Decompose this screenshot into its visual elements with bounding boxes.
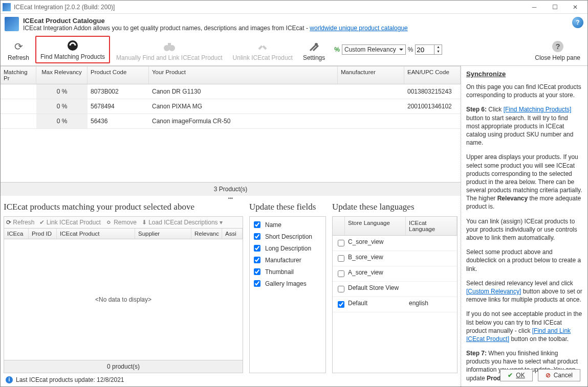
info-icon: i <box>6 376 13 383</box>
field-checkbox[interactable] <box>254 257 260 263</box>
matching-section-title: ICEcat products matching your product se… <box>4 202 243 212</box>
binoculars-icon <box>163 40 176 53</box>
products-grid-footer: 3 Product(s) <box>1 182 461 196</box>
window-title: ICEcat Integration [2.0.2 (Build: 200)] <box>14 4 524 11</box>
field-checkbox[interactable] <box>254 221 260 228</box>
language-row: Defaultenglish <box>333 297 457 312</box>
status-text: Last ICEcat products update: 12/8/2021 <box>16 376 124 383</box>
close-button[interactable]: ✕ <box>565 1 585 13</box>
matches-grid-footer: 0 product(s) <box>4 360 243 373</box>
help-link-find-matching[interactable]: [Find Matching Products] <box>504 106 572 113</box>
update-fields-title: Update these fields <box>249 202 326 212</box>
language-checkbox[interactable] <box>338 270 344 277</box>
load-descriptions-button[interactable]: ⬇ Load ICEcat Descriptions ▾ <box>142 219 223 226</box>
update-languages-title: Update these languages <box>332 202 458 212</box>
page-title: ICEcat Product Catalogue <box>23 17 408 25</box>
page-subtitle: ICEcat Integration Addon allows you to g… <box>23 25 408 32</box>
minimize-button[interactable]: ─ <box>524 1 545 13</box>
col-your-product[interactable]: Your Product <box>149 66 338 84</box>
find-matching-icon <box>66 39 79 52</box>
custom-relevancy-dropdown[interactable]: Custom Relevancy <box>342 44 406 55</box>
help-pane: Synchronize On this page you can find IC… <box>461 66 587 386</box>
svg-point-0 <box>68 40 78 51</box>
field-checkbox[interactable] <box>254 233 260 240</box>
field-checkbox-row: Long Description <box>252 242 323 254</box>
help-link-custom-relevancy[interactable]: [Custom Relevancy] <box>466 288 521 295</box>
field-checkbox-row: Thumbnail <box>252 266 323 278</box>
matches-grid[interactable]: ICEca Prod ID ICEcat Product Supplier Re… <box>4 228 243 373</box>
col-matching[interactable]: Matching Pr <box>1 66 36 84</box>
no-data-text: <No data to display> <box>4 239 243 360</box>
svg-text:?: ? <box>555 42 560 51</box>
language-checkbox[interactable] <box>338 286 344 292</box>
products-grid[interactable]: Matching Pr Max Relevancy Product Code Y… <box>1 66 461 196</box>
refresh-icon: ⟳ <box>12 40 25 53</box>
col-max-relevancy[interactable]: Max Relevancy <box>36 66 88 84</box>
manual-find-link-button[interactable]: Manually Find and Link ICEcat Product <box>112 36 226 63</box>
relevancy-percent-icon: % <box>334 46 340 53</box>
col-ean-upc[interactable]: EAN/UPC Code <box>404 66 461 84</box>
field-checkbox-row: Gallery Images <box>252 278 323 289</box>
settings-button[interactable]: Settings <box>299 36 329 63</box>
unlink-icon <box>256 40 269 53</box>
catalogue-link[interactable]: worldwide unique product catalogue <box>310 25 407 32</box>
percent-label: % <box>408 46 413 53</box>
find-matching-products-button[interactable]: Find Matching Products <box>35 36 110 63</box>
language-row: Default Store View <box>333 282 457 297</box>
field-checkbox-row: Short Description <box>252 231 323 242</box>
refresh-matches-button[interactable]: ⟳ Refresh <box>6 219 34 226</box>
svg-rect-3 <box>168 43 171 46</box>
col-manufacturer[interactable]: Manufacturer <box>338 66 404 84</box>
field-checkbox[interactable] <box>254 245 260 252</box>
language-checkbox[interactable] <box>338 255 344 262</box>
percent-input[interactable] <box>415 44 434 55</box>
languages-grid: Store Language ICEcat Language C_sore_vi… <box>332 216 458 373</box>
help-title: Synchronize <box>466 70 582 78</box>
catalogue-icon <box>5 17 19 31</box>
unlink-button[interactable]: Unlink ICEcat Product <box>229 36 297 63</box>
table-row[interactable]: 0 %56436Canon imageFormula CR-50 <box>1 114 461 129</box>
refresh-button[interactable]: ⟳ Refresh <box>4 36 33 63</box>
ok-button[interactable]: ✔OK <box>500 369 532 381</box>
remove-link-button[interactable]: ⭘ Remove <box>106 219 137 226</box>
fields-checklist: NameShort DescriptionLong DescriptionMan… <box>249 216 326 373</box>
spinner-up[interactable]: ▲ <box>434 45 442 50</box>
help-close-icon: ? <box>551 40 564 53</box>
spinner-down[interactable]: ▼ <box>434 50 442 54</box>
svg-point-4 <box>315 43 318 46</box>
table-row[interactable]: 0 %8073B002Canon DR G11300013803215243 <box>1 84 461 99</box>
field-checkbox[interactable] <box>254 268 260 275</box>
field-checkbox[interactable] <box>254 280 260 287</box>
field-checkbox-row: Name <box>252 219 323 231</box>
language-row: C_sore_view <box>333 236 457 251</box>
cancel-button[interactable]: ⊘Cancel <box>538 369 580 381</box>
language-row: A_sore_view <box>333 266 457 282</box>
col-product-code[interactable]: Product Code <box>88 66 149 84</box>
close-help-pane-button[interactable]: ? Close Help pane <box>531 36 584 63</box>
maximize-button[interactable]: ☐ <box>545 1 565 13</box>
language-checkbox[interactable] <box>338 240 344 246</box>
table-row[interactable]: 0 %5678494Canon PIXMA MG2001001346102 <box>1 99 461 114</box>
link-product-button[interactable]: ✔ Link ICEcat Product <box>39 219 100 226</box>
language-row: B_sore_view <box>333 251 457 266</box>
language-checkbox[interactable] <box>338 301 344 308</box>
settings-icon <box>308 40 321 53</box>
help-icon[interactable]: ? <box>572 17 583 28</box>
app-icon <box>3 3 11 11</box>
field-checkbox-row: Manufacturer <box>252 254 323 266</box>
